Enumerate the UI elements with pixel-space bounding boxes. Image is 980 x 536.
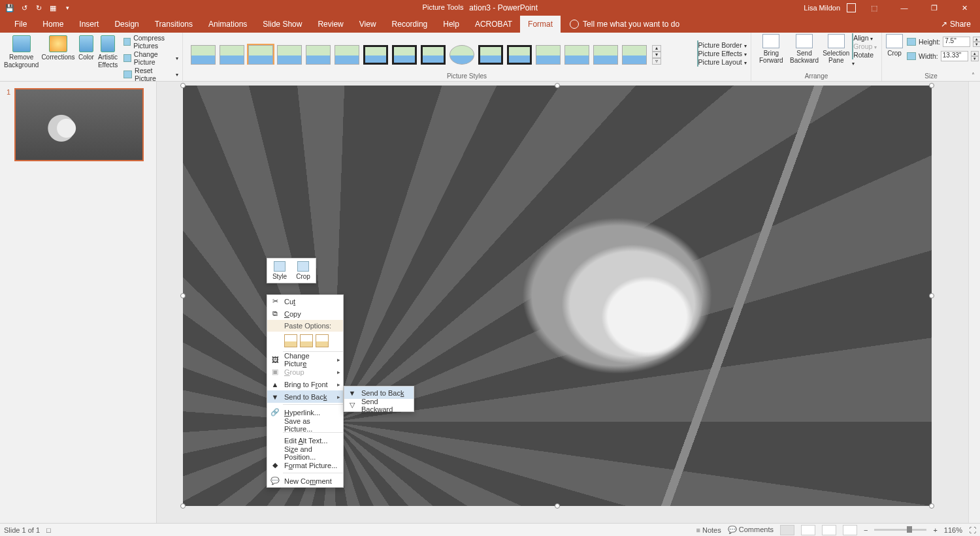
slide-thumbnail-item[interactable]: 1	[7, 88, 150, 161]
tab-transitions[interactable]: Transitions	[147, 16, 201, 33]
tab-view[interactable]: View	[351, 16, 384, 33]
style-thumb[interactable]	[191, 45, 216, 65]
corrections-button[interactable]: Corrections	[41, 34, 74, 61]
paste-option-icon[interactable]	[300, 334, 313, 347]
close-icon[interactable]: ✕	[953, 0, 976, 16]
user-name[interactable]: Lisa Mildon	[804, 4, 840, 12]
selection-handle[interactable]	[180, 503, 186, 509]
sorter-view-icon[interactable]	[801, 525, 815, 535]
picture-layout-button[interactable]: Picture Layout ▾	[697, 58, 747, 66]
fit-to-window-icon[interactable]: ⛶	[969, 526, 976, 534]
qat-more-icon[interactable]: ▾	[63, 3, 72, 12]
zoom-value[interactable]: 116%	[944, 526, 962, 534]
style-thumb[interactable]	[392, 45, 417, 65]
style-thumb[interactable]	[478, 45, 503, 65]
tab-format[interactable]: Format	[520, 16, 561, 33]
crop-button[interactable]: Crop	[886, 34, 903, 57]
slide-thumbnails-pane[interactable]: 1	[0, 82, 157, 523]
tab-insert[interactable]: Insert	[71, 16, 106, 33]
normal-view-icon[interactable]	[780, 525, 794, 535]
tab-slideshow[interactable]: Slide Show	[255, 16, 310, 33]
style-thumb[interactable]	[536, 45, 561, 65]
spellcheck-icon[interactable]: □	[46, 526, 51, 534]
comments-button[interactable]: 💬 Comments	[728, 526, 774, 534]
spin-down-icon[interactable]: ▾	[973, 42, 980, 47]
spin-up-icon[interactable]: ▴	[973, 37, 980, 42]
selection-handle[interactable]	[929, 83, 934, 88]
redo-icon[interactable]: ↻	[34, 3, 43, 12]
style-thumb[interactable]	[593, 45, 618, 65]
tab-file[interactable]: File	[7, 16, 35, 33]
tab-home[interactable]: Home	[35, 16, 71, 33]
selection-handle[interactable]	[180, 83, 186, 88]
spin-up-icon[interactable]: ▴	[971, 51, 979, 56]
ctx-cut[interactable]: ✂Cut	[267, 295, 343, 307]
account-icon[interactable]	[847, 3, 856, 12]
picture-effects-button[interactable]: Picture Effects ▾	[697, 50, 747, 57]
style-thumb[interactable]	[220, 45, 244, 65]
ctx-send-back[interactable]: ▼Send to Back▸	[267, 390, 343, 403]
ctx-size-position[interactable]: Size and Position...	[267, 447, 343, 459]
style-thumb[interactable]	[622, 45, 647, 65]
slideshow-view-icon[interactable]	[843, 525, 857, 535]
selection-pane-button[interactable]: Selection Pane	[821, 34, 851, 64]
ribbon-display-icon[interactable]: ⬚	[862, 0, 886, 16]
tell-me-search[interactable]: Tell me what you want to do	[570, 20, 679, 29]
style-thumb[interactable]	[449, 45, 474, 65]
group-button[interactable]: Group ▾	[852, 42, 877, 50]
tab-design[interactable]: Design	[106, 16, 146, 33]
style-thumb[interactable]	[421, 45, 446, 65]
tab-acrobat[interactable]: ACROBAT	[467, 16, 520, 33]
picture-styles-gallery[interactable]: ▴ ▾ ▿	[187, 42, 691, 65]
selection-handle[interactable]	[180, 293, 186, 298]
artistic-effects-button[interactable]: Artistic Effects	[97, 34, 118, 69]
style-thumb[interactable]	[248, 45, 273, 65]
compress-pictures-button[interactable]: Compress Pictures	[123, 34, 178, 50]
picture-border-button[interactable]: Picture Border ▾	[697, 41, 747, 49]
style-thumb[interactable]	[306, 45, 331, 65]
sub-send-backward[interactable]: ▽Send Backward	[344, 399, 414, 411]
tab-help[interactable]: Help	[435, 16, 467, 33]
ctx-save-as-picture[interactable]: Save as Picture...	[267, 418, 343, 431]
start-slideshow-icon[interactable]: ▦	[48, 3, 57, 12]
paste-option-icon[interactable]	[316, 334, 329, 347]
restore-icon[interactable]: ❐	[923, 0, 946, 16]
gallery-more-icon[interactable]: ▿	[652, 58, 661, 65]
minimize-icon[interactable]: —	[892, 0, 916, 16]
ctx-format-picture[interactable]: ◆Format Picture...	[267, 459, 343, 471]
selection-handle[interactable]	[555, 83, 560, 88]
remove-background-button[interactable]: Remove Background	[4, 34, 39, 69]
tab-animations[interactable]: Animations	[201, 16, 255, 33]
notes-button[interactable]: ≡ Notes	[696, 526, 721, 534]
bring-forward-button[interactable]: Bring Forward	[755, 34, 787, 64]
selection-handle[interactable]	[555, 503, 560, 509]
style-thumb[interactable]	[507, 45, 532, 65]
height-field[interactable]: Height: 7.5" ▴▾	[907, 37, 980, 47]
zoom-slider[interactable]	[874, 529, 926, 531]
zoom-in-icon[interactable]: +	[933, 526, 937, 534]
selection-handle[interactable]	[929, 293, 934, 298]
spin-down-icon[interactable]: ▾	[971, 56, 979, 61]
height-input[interactable]: 7.5"	[943, 37, 970, 47]
ctx-bring-front[interactable]: ▲Bring to Front▸	[267, 378, 343, 390]
style-thumb[interactable]	[363, 45, 388, 65]
style-thumb[interactable]	[335, 45, 359, 65]
mini-crop-button[interactable]: Crop	[293, 261, 313, 280]
gallery-down-icon[interactable]: ▾	[652, 52, 661, 58]
reading-view-icon[interactable]	[822, 525, 836, 535]
paste-option-icon[interactable]	[284, 334, 297, 347]
send-backward-button[interactable]: Send Backward	[789, 34, 821, 64]
zoom-thumb[interactable]	[907, 526, 912, 533]
selection-handle[interactable]	[929, 503, 934, 509]
gallery-up-icon[interactable]: ▴	[652, 45, 661, 52]
undo-icon[interactable]: ↺	[20, 3, 29, 12]
collapse-ribbon-icon[interactable]: ˄	[968, 72, 977, 80]
tab-recording[interactable]: Recording	[384, 16, 436, 33]
save-icon[interactable]: 💾	[5, 3, 14, 12]
ctx-change-picture[interactable]: 🖼Change Picture▸	[267, 353, 343, 366]
slide-thumbnail[interactable]	[14, 88, 144, 161]
rotate-button[interactable]: Rotate ▾	[852, 51, 877, 67]
reset-picture-button[interactable]: Reset Picture ▾	[123, 67, 178, 82]
ctx-new-comment[interactable]: 💬New Comment	[267, 475, 343, 487]
width-field[interactable]: Width: 13.33" ▴▾	[907, 51, 980, 61]
